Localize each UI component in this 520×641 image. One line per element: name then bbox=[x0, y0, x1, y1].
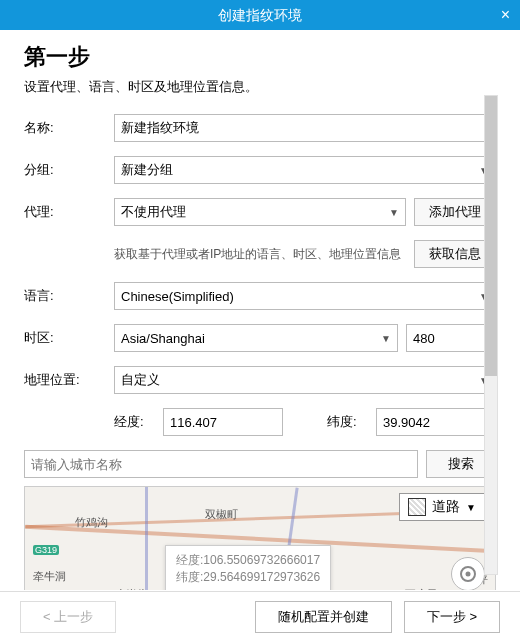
group-select[interactable]: 新建分组 ▼ bbox=[114, 156, 496, 184]
tz-offset-input[interactable] bbox=[406, 324, 496, 352]
name-label: 名称: bbox=[24, 119, 114, 137]
tooltip-lat: 纬度:29.564699172973626 bbox=[176, 569, 320, 586]
dialog-title: 创建指纹环境 bbox=[218, 7, 302, 23]
geo-value: 自定义 bbox=[121, 371, 160, 389]
scrollbar-thumb[interactable] bbox=[485, 96, 497, 376]
step-subtitle: 设置代理、语言、时区及地理位置信息。 bbox=[24, 78, 496, 96]
prev-button[interactable]: < 上一步 bbox=[20, 601, 116, 633]
close-icon[interactable]: × bbox=[501, 0, 510, 30]
proxy-value: 不使用代理 bbox=[121, 203, 186, 221]
group-label: 分组: bbox=[24, 161, 114, 179]
chevron-down-icon: ▼ bbox=[389, 207, 399, 218]
lat-input[interactable] bbox=[376, 408, 496, 436]
map-layer-icon bbox=[408, 498, 426, 516]
lng-input[interactable] bbox=[163, 408, 283, 436]
proxy-label: 代理: bbox=[24, 203, 114, 221]
city-search-input[interactable] bbox=[24, 450, 418, 478]
svg-point-1 bbox=[466, 572, 471, 577]
chevron-down-icon: ▼ bbox=[466, 502, 476, 513]
lng-label: 经度: bbox=[114, 413, 155, 431]
geo-label: 地理位置: bbox=[24, 371, 114, 389]
group-value: 新建分组 bbox=[121, 161, 173, 179]
tooltip-lng: 经度:106.55069732666017 bbox=[176, 552, 320, 569]
titlebar: 创建指纹环境 × bbox=[0, 0, 520, 30]
map[interactable]: 竹鸡沟 双椒町 牵牛洞 小岩头 蚂蝗梁 渝中区 瓦房子 屋基坪 G319 G65… bbox=[24, 486, 496, 590]
tz-label: 时区: bbox=[24, 329, 114, 347]
lat-label: 纬度: bbox=[327, 413, 368, 431]
scrollbar[interactable] bbox=[484, 95, 498, 575]
next-button[interactable]: 下一步 > bbox=[404, 601, 500, 633]
content-area: 第一步 设置代理、语言、时区及地理位置信息。 名称: 分组: 新建分组 ▼ 代理… bbox=[0, 30, 520, 590]
tz-select[interactable]: Asia/Shanghai ▼ bbox=[114, 324, 398, 352]
proxy-select[interactable]: 不使用代理 ▼ bbox=[114, 198, 406, 226]
random-create-button[interactable]: 随机配置并创建 bbox=[255, 601, 392, 633]
map-tooltip: 经度:106.55069732666017 纬度:29.564699172973… bbox=[165, 545, 331, 590]
tz-value: Asia/Shanghai bbox=[121, 331, 205, 346]
chevron-down-icon: ▼ bbox=[381, 333, 391, 344]
lang-value: Chinese(Simplified) bbox=[121, 289, 234, 304]
lang-select[interactable]: Chinese(Simplified) ▼ bbox=[114, 282, 496, 310]
map-layer-control[interactable]: 道路 ▼ bbox=[399, 493, 485, 521]
name-input[interactable] bbox=[114, 114, 496, 142]
locate-button[interactable] bbox=[451, 557, 485, 590]
step-heading: 第一步 bbox=[24, 42, 496, 72]
geo-select[interactable]: 自定义 ▼ bbox=[114, 366, 496, 394]
lang-label: 语言: bbox=[24, 287, 114, 305]
proxy-hint: 获取基于代理或者IP地址的语言、时区、地理位置信息 bbox=[114, 246, 406, 263]
map-layer-label: 道路 bbox=[432, 498, 460, 516]
footer: < 上一步 随机配置并创建 下一步 > bbox=[0, 591, 520, 641]
